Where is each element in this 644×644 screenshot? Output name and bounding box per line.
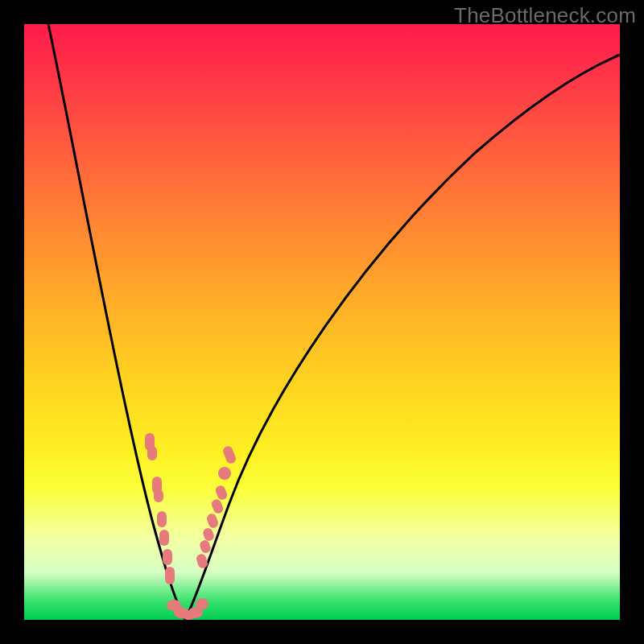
marker-dot [163, 549, 172, 565]
marker-dot [202, 526, 216, 542]
watermark-text: TheBottleneck.com [454, 3, 636, 28]
marker-dot [159, 530, 169, 546]
bottleneck-curve [48, 24, 620, 620]
curve-svg [24, 24, 620, 620]
marker-dot [210, 497, 225, 514]
markers-bottom [167, 598, 208, 620]
chart-frame: TheBottleneck.com [0, 0, 644, 644]
marker-dot [157, 511, 167, 527]
marker-dot [214, 484, 229, 501]
marker-dot [147, 446, 157, 460]
marker-dot [165, 567, 175, 584]
plot-area [24, 24, 620, 620]
marker-dot [154, 489, 163, 502]
markers-right [196, 445, 237, 570]
marker-dot [218, 467, 231, 480]
marker-dot [221, 445, 237, 465]
marker-dot [199, 539, 212, 555]
marker-dot [196, 598, 208, 609]
marker-dot [205, 512, 219, 529]
